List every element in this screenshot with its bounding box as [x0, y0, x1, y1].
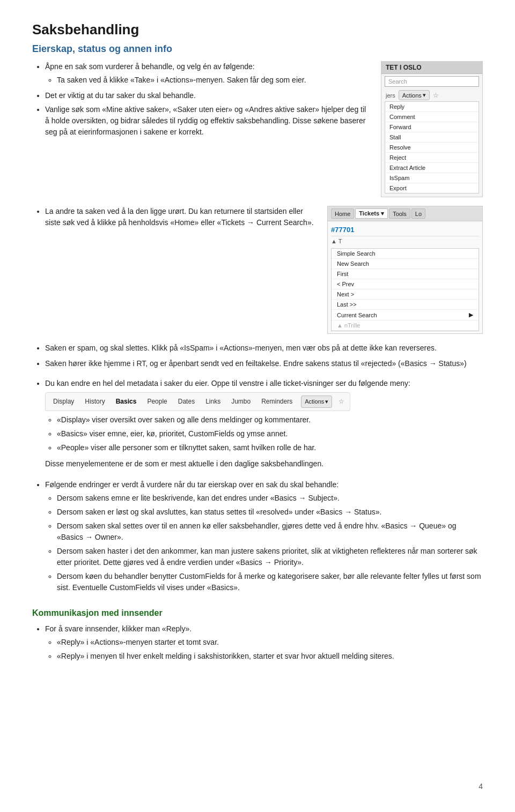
section2-list-cont: Saken er spam, og skal slettes. Klikk på…: [45, 342, 483, 354]
chevron-down-icon: ▾: [325, 397, 328, 406]
list-item: Du kan endre en hel del metadata i saker…: [45, 378, 483, 470]
changes-inner-list: Dersom sakens emne er lite beskrivende, …: [57, 493, 483, 593]
nav-tools[interactable]: Tools: [389, 208, 410, 219]
ticket-first[interactable]: First: [332, 269, 479, 279]
nav-home[interactable]: Home: [331, 208, 354, 219]
toolbar-links[interactable]: Links: [203, 396, 223, 407]
page-number: 4: [479, 782, 483, 791]
toolbar-reminders[interactable]: Reminders: [259, 396, 295, 407]
ticket-prev[interactable]: < Prev: [332, 279, 479, 289]
ticket-id: #77701: [331, 224, 479, 236]
actions-search-bar: Search: [385, 76, 479, 87]
toolbar-display[interactable]: Display: [51, 396, 76, 407]
section-heading: Eierskap, status og annen info: [32, 43, 483, 55]
actions-isspam[interactable]: IsSpam: [385, 173, 479, 183]
actions-stall[interactable]: Stall: [385, 132, 479, 143]
metadata-note: Disse menyelementene er de som er mest a…: [45, 458, 483, 470]
actions-label-row: jers Actions ▾ ☆: [381, 89, 482, 101]
changes-section: Følgende endringer er verdt å vurdere nå…: [32, 479, 483, 593]
page-title: Saksbehandling: [32, 21, 483, 38]
actions-reject[interactable]: Reject: [385, 153, 479, 163]
actions-menu-header: TET I OSLO: [381, 62, 482, 74]
list-item: «People» viser alle personer som er tilk…: [57, 442, 483, 453]
section1-list: Åpne en sak som vurderer å behandle, og …: [45, 61, 370, 138]
list-item: Det er viktig at du tar saker du skal be…: [45, 90, 370, 101]
list-item: Dersom køen du behandler benytter Custom…: [57, 571, 483, 593]
ticket-body: #77701 ▲ T Simple Search New Search Firs…: [328, 221, 482, 333]
actions-extract-article[interactable]: Extract Article: [385, 163, 479, 173]
actions-reply[interactable]: Reply: [385, 102, 479, 112]
chevron-right-icon: ▶: [469, 311, 473, 318]
ticket-next[interactable]: Next >: [332, 289, 479, 300]
list-item: For å svare innsender, klikker man «Repl…: [45, 623, 483, 662]
toolbar-jumbo[interactable]: Jumbo: [229, 396, 253, 407]
actions-forward[interactable]: Forward: [385, 122, 479, 132]
actions-comment[interactable]: Comment: [385, 112, 479, 122]
actions-menu-mockup: TET I OSLO Search jers Actions ▾ ☆ Reply…: [381, 61, 483, 197]
section2-list: La andre ta saken ved å la den ligge urø…: [45, 206, 317, 228]
ticket-simple-search[interactable]: Simple Search: [332, 249, 479, 259]
top-left-content: Åpne en sak som vurderer å behandle, og …: [32, 61, 370, 197]
chevron-down-icon: ▾: [423, 92, 426, 99]
list-item: Dersom saken er løst og skal avsluttes, …: [57, 506, 483, 518]
list-item: «Reply» i «Actions»-menyen starter et to…: [57, 637, 483, 648]
toolbar-people[interactable]: People: [145, 396, 169, 407]
list-item: Dersom saken skal settes over til en ann…: [57, 520, 483, 543]
section2-list-cont2: Saken hører ikke hjemme i RT, og er åpen…: [45, 358, 483, 369]
toolbar-basics[interactable]: Basics: [114, 396, 139, 407]
nav-lo[interactable]: Lo: [411, 208, 425, 219]
metadata-toolbar: Display History Basics People Dates Link…: [45, 392, 350, 411]
ticket-ntrille: ▲ nTrille: [332, 321, 479, 331]
toolbar-star-icon[interactable]: ☆: [339, 397, 344, 406]
actions-resolve[interactable]: Resolve: [385, 143, 479, 153]
metadata-bullets: «Display» viser oversikt over saken og a…: [57, 414, 483, 453]
list-item: «Display» viser oversikt over saken og a…: [57, 414, 483, 426]
list-item: Vanlige søk som «Mine aktive saker», «Sa…: [45, 104, 370, 138]
metadata-section: Du kan endre en hel del metadata i saker…: [32, 378, 483, 470]
ticket-left-content: La andre ta saken ved å la den ligge urø…: [32, 206, 317, 233]
ticket-last[interactable]: Last >>: [332, 300, 479, 310]
ticket-nav: Home Tickets ▾ Tools Lo: [328, 206, 482, 221]
list-item: Dersom sakens emne er lite beskrivende, …: [57, 493, 483, 504]
ticket-tab: ▲ T: [331, 236, 479, 246]
list-item: Saken er spam, og skal slettes. Klikk på…: [45, 342, 483, 354]
list-item: Dersom saken haster i det den ankommer, …: [57, 546, 483, 568]
star-icon: ☆: [433, 92, 439, 99]
list-item: «Basics» viser emne, eier, kø, prioritet…: [57, 428, 483, 439]
actions-menu-items-list: Reply Comment Forward Stall Resolve Reje…: [385, 101, 479, 193]
list-item: «Reply» i menyen til hver enkelt melding…: [57, 651, 483, 662]
metadata-intro-list: Du kan endre en hel del metadata i saker…: [45, 378, 483, 470]
ticket-new-search[interactable]: New Search: [332, 259, 479, 269]
list-item: La andre ta saken ved å la den ligge urø…: [45, 206, 317, 228]
changes-outer-list: Følgende endringer er verdt å vurdere nå…: [45, 479, 483, 593]
list-item: Åpne en sak som vurderer å behandle, og …: [45, 61, 370, 86]
actions-dropdown-button[interactable]: Actions ▾: [399, 90, 430, 100]
kommunikasjon-heading: Kommunikasjon med innsender: [32, 608, 483, 618]
list-item: Følgende endringer er verdt å vurdere nå…: [45, 479, 483, 593]
tickets-dropdown-mockup: Home Tickets ▾ Tools Lo #77701 ▲ T Simpl…: [327, 206, 483, 334]
toolbar-dates[interactable]: Dates: [176, 396, 197, 407]
nav-tickets[interactable]: Tickets ▾: [355, 208, 388, 219]
toolbar-history[interactable]: History: [83, 396, 107, 407]
list-item: Saken hører ikke hjemme i RT, og er åpen…: [45, 358, 483, 369]
actions-export[interactable]: Export: [385, 183, 479, 193]
ticket-dropdown-menu: Simple Search New Search First < Prev Ne…: [331, 248, 479, 331]
kommunikasjon-list: For å svare innsender, klikker man «Repl…: [45, 623, 483, 662]
list-item: Ta saken ved å klikke «Take» i «Actions»…: [57, 75, 370, 86]
ticket-current-search[interactable]: Current Search ▶: [332, 310, 479, 321]
toolbar-actions-button[interactable]: Actions ▾: [301, 396, 332, 408]
